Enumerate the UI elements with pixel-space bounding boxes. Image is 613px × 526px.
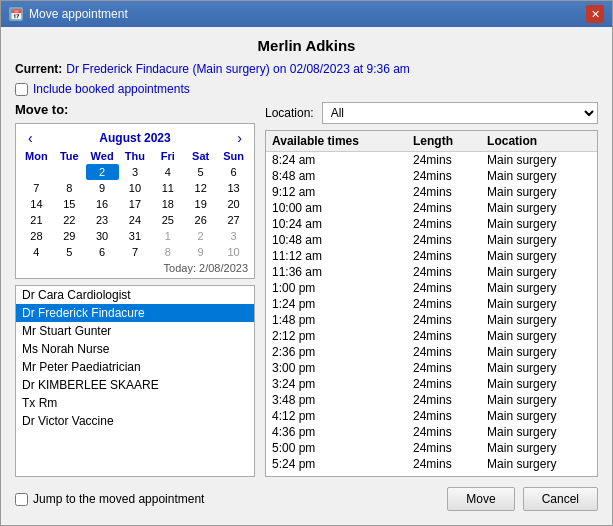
time-row[interactable]: 8:48 am24minsMain surgery xyxy=(266,168,597,184)
time-cell-length: 24mins xyxy=(407,152,481,169)
calendar-day[interactable]: 9 xyxy=(86,180,119,196)
cancel-button[interactable]: Cancel xyxy=(523,487,598,511)
time-row[interactable]: 1:24 pm24minsMain surgery xyxy=(266,296,597,312)
calendar-day[interactable]: 24 xyxy=(119,212,152,228)
location-label: Location: xyxy=(265,106,314,120)
include-booked-label[interactable]: Include booked appointments xyxy=(33,82,190,96)
calendar-day[interactable]: 12 xyxy=(184,180,217,196)
current-info: Current: Dr Frederick Findacure (Main su… xyxy=(15,62,598,76)
calendar-day[interactable]: 26 xyxy=(184,212,217,228)
jump-checkbox[interactable] xyxy=(15,493,28,506)
calendar-day[interactable] xyxy=(53,164,86,180)
calendar-day[interactable]: 2 xyxy=(86,164,119,180)
time-row[interactable]: 1:48 pm24minsMain surgery xyxy=(266,312,597,328)
calendar-day[interactable]: 25 xyxy=(151,212,184,228)
calendar-day[interactable]: 2 xyxy=(184,228,217,244)
time-cell-time: 4:12 pm xyxy=(266,408,407,424)
time-row[interactable]: 3:24 pm24minsMain surgery xyxy=(266,376,597,392)
time-row[interactable]: 11:12 am24minsMain surgery xyxy=(266,248,597,264)
calendar-day[interactable]: 3 xyxy=(119,164,152,180)
calendar-day[interactable]: 16 xyxy=(86,196,119,212)
calendar-next-button[interactable]: › xyxy=(233,130,246,146)
time-row[interactable]: 2:36 pm24minsMain surgery xyxy=(266,344,597,360)
time-row[interactable]: 8:24 am24minsMain surgery xyxy=(266,152,597,169)
provider-item[interactable]: Dr KIMBERLEE SKAARE xyxy=(16,376,254,394)
time-cell-length: 24mins xyxy=(407,168,481,184)
calendar-day[interactable]: 23 xyxy=(86,212,119,228)
calendar-day[interactable]: 31 xyxy=(119,228,152,244)
time-row[interactable]: 1:00 pm24minsMain surgery xyxy=(266,280,597,296)
provider-item[interactable]: Dr Frederick Findacure xyxy=(16,304,254,322)
time-cell-location: Main surgery xyxy=(481,344,597,360)
provider-item[interactable]: Mr Stuart Gunter xyxy=(16,322,254,340)
calendar-day[interactable]: 8 xyxy=(151,244,184,260)
calendar-day[interactable]: 27 xyxy=(217,212,250,228)
calendar-day[interactable]: 15 xyxy=(53,196,86,212)
calendar-day[interactable]: 13 xyxy=(217,180,250,196)
provider-item[interactable]: Dr Victor Vaccine xyxy=(16,412,254,430)
time-row[interactable]: 5:24 pm24minsMain surgery xyxy=(266,456,597,472)
calendar-month-year: August 2023 xyxy=(99,131,170,145)
time-cell-time: 3:48 pm xyxy=(266,392,407,408)
time-cell-length: 24mins xyxy=(407,312,481,328)
time-row[interactable]: 5:00 pm24minsMain surgery xyxy=(266,440,597,456)
time-cell-location: Main surgery xyxy=(481,312,597,328)
time-row[interactable]: 3:00 pm24minsMain surgery xyxy=(266,360,597,376)
calendar-day[interactable]: 5 xyxy=(53,244,86,260)
calendar-day[interactable]: 6 xyxy=(217,164,250,180)
close-button[interactable]: ✕ xyxy=(586,5,604,23)
provider-item[interactable]: Mr Peter Paediatrician xyxy=(16,358,254,376)
calendar-day[interactable]: 6 xyxy=(86,244,119,260)
calendar-day[interactable]: 14 xyxy=(20,196,53,212)
location-select[interactable]: AllMain surgeryBranch surgery xyxy=(322,102,598,124)
time-cell-location: Main surgery xyxy=(481,152,597,169)
provider-item[interactable]: Tx Rm xyxy=(16,394,254,412)
calendar-grid: Mon Tue Wed Thu Fri Sat Sun 234567891011… xyxy=(20,148,250,260)
calendar-day[interactable]: 21 xyxy=(20,212,53,228)
provider-list[interactable]: Dr Cara CardiologistDr Frederick Findacu… xyxy=(15,285,255,477)
calendar-day[interactable]: 10 xyxy=(217,244,250,260)
time-cell-length: 24mins xyxy=(407,408,481,424)
move-appointment-window: 📅 Move appointment ✕ Merlin Adkins Curre… xyxy=(0,0,613,526)
calendar-day[interactable]: 30 xyxy=(86,228,119,244)
provider-item[interactable]: Ms Norah Nurse xyxy=(16,340,254,358)
time-row[interactable]: 3:48 pm24minsMain surgery xyxy=(266,392,597,408)
time-row[interactable]: 10:00 am24minsMain surgery xyxy=(266,200,597,216)
calendar-day[interactable]: 5 xyxy=(184,164,217,180)
include-booked-checkbox[interactable] xyxy=(15,83,28,96)
move-button[interactable]: Move xyxy=(447,487,514,511)
jump-label[interactable]: Jump to the moved appointment xyxy=(33,492,204,506)
calendar-day[interactable]: 17 xyxy=(119,196,152,212)
calendar-day[interactable]: 10 xyxy=(119,180,152,196)
calendar-day[interactable]: 8 xyxy=(53,180,86,196)
calendar-day[interactable]: 28 xyxy=(20,228,53,244)
calendar-day[interactable]: 11 xyxy=(151,180,184,196)
time-cell-time: 4:36 pm xyxy=(266,424,407,440)
time-row[interactable]: 4:12 pm24minsMain surgery xyxy=(266,408,597,424)
calendar-prev-button[interactable]: ‹ xyxy=(24,130,37,146)
time-row[interactable]: 10:48 am24minsMain surgery xyxy=(266,232,597,248)
calendar-day[interactable]: 7 xyxy=(119,244,152,260)
calendar-day[interactable]: 29 xyxy=(53,228,86,244)
time-row[interactable]: 2:12 pm24minsMain surgery xyxy=(266,328,597,344)
calendar-day[interactable]: 1 xyxy=(151,228,184,244)
calendar-day[interactable]: 4 xyxy=(20,244,53,260)
calendar-day[interactable]: 4 xyxy=(151,164,184,180)
time-row[interactable]: 10:24 am24minsMain surgery xyxy=(266,216,597,232)
time-cell-length: 24mins xyxy=(407,200,481,216)
calendar-day[interactable]: 18 xyxy=(151,196,184,212)
calendar-day[interactable]: 19 xyxy=(184,196,217,212)
calendar-day[interactable]: 3 xyxy=(217,228,250,244)
time-cell-location: Main surgery xyxy=(481,456,597,472)
time-cell-location: Main surgery xyxy=(481,296,597,312)
calendar-day[interactable]: 7 xyxy=(20,180,53,196)
main-area: Move to: ‹ August 2023 › Mon Tue Wed xyxy=(15,102,598,477)
calendar-day[interactable]: 9 xyxy=(184,244,217,260)
provider-item[interactable]: Dr Cara Cardiologist xyxy=(16,286,254,304)
calendar-day[interactable] xyxy=(20,164,53,180)
calendar-day[interactable]: 20 xyxy=(217,196,250,212)
time-row[interactable]: 4:36 pm24minsMain surgery xyxy=(266,424,597,440)
calendar-day[interactable]: 22 xyxy=(53,212,86,228)
time-row[interactable]: 9:12 am24minsMain surgery xyxy=(266,184,597,200)
time-row[interactable]: 11:36 am24minsMain surgery xyxy=(266,264,597,280)
